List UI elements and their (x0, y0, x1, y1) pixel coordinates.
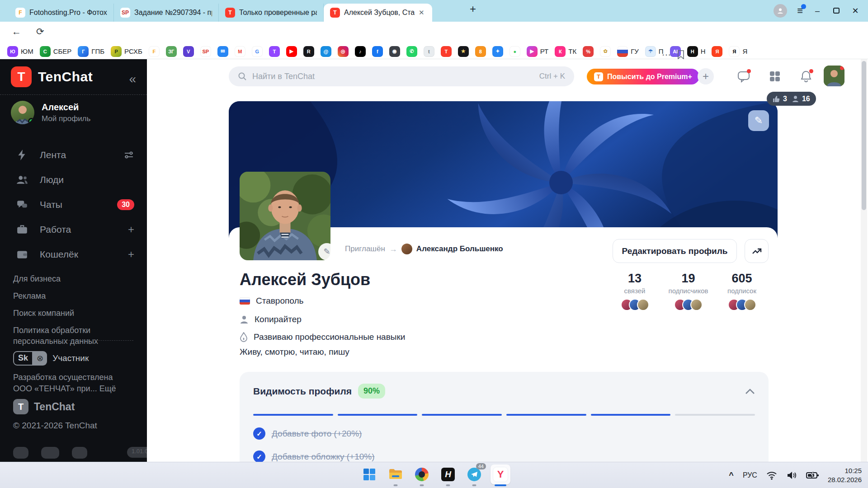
bookmark-item[interactable]: С СБЕР (40, 46, 72, 57)
add-wallet-icon[interactable]: + (128, 248, 134, 261)
bookmark-item[interactable]: ✆ (406, 46, 417, 57)
stat-column[interactable]: 605 подписок (715, 272, 769, 311)
bookmark-item[interactable]: G (252, 46, 263, 57)
tab-proverennye[interactable]: T Только проверенные раб (219, 4, 324, 22)
bookmark-item[interactable]: ▶ РТ (527, 46, 549, 57)
search-bar[interactable]: Ctrl + K (229, 66, 574, 86)
bookmark-icon[interactable] (677, 50, 684, 59)
dev-note[interactable]: Разработка осуществлена ООО «ТЕНЧАТ» при… (13, 372, 124, 394)
bookmark-item[interactable]: SP (200, 46, 211, 57)
sidebar-item-koshelek[interactable]: Кошелёк + (0, 242, 147, 267)
bookmark-item[interactable]: f (372, 46, 383, 57)
browser-ring-icon[interactable] (412, 465, 432, 484)
bookmark-item[interactable]: % (583, 46, 594, 57)
header-avatar[interactable] (824, 66, 844, 86)
premium-button[interactable]: T Повысить до Premium+ (587, 69, 699, 84)
tab-zadanie[interactable]: SP Задание №2907394 - прос (114, 4, 219, 22)
notifications-bell-icon[interactable] (800, 70, 812, 83)
bookmark-item[interactable]: ЗГ (166, 46, 177, 57)
bookmark-item[interactable]: T (441, 46, 452, 57)
profile-stats-button[interactable] (745, 239, 769, 263)
bookmark-item[interactable]: Ю ЮМ (7, 46, 33, 57)
tab-profile-active[interactable]: T Алексей Зубцов, Став ✕ (324, 4, 432, 22)
new-tab-button[interactable]: + (466, 2, 480, 16)
profile-photo[interactable] (240, 172, 330, 260)
store-badge-icon[interactable] (41, 447, 59, 459)
browser-menu-icon[interactable]: ≡ (797, 5, 803, 17)
apps-grid-icon[interactable] (769, 70, 781, 83)
hh-app-icon[interactable]: H (438, 465, 458, 484)
edit-cover-button[interactable]: ✎ (748, 110, 769, 131)
bookmark-item[interactable]: ♪ (355, 46, 366, 57)
checklist-item[interactable]: ✓ Добавьте обложку (+10%) (253, 450, 755, 462)
reactions-counter[interactable]: 3 16 (767, 92, 816, 106)
clock[interactable]: 10:25 28.02.2026 (828, 466, 862, 484)
bookmark-item[interactable]: ГУ (617, 46, 639, 57)
sidebar-link[interactable]: Реклама (13, 291, 131, 301)
bookmark-item[interactable]: К ТК (555, 46, 576, 57)
chevron-up-icon[interactable] (745, 388, 755, 394)
back-button[interactable]: ← (12, 26, 21, 37)
tenchat-brand[interactable]: T TenChat (11, 66, 93, 87)
minimize-button[interactable]: – (813, 6, 822, 16)
bookmark-item[interactable]: ▶ (286, 46, 297, 57)
bookmark-item[interactable]: Г ГПБ (78, 46, 104, 57)
sidebar-item-rabota[interactable]: Работа + (0, 217, 147, 242)
bookmark-item[interactable]: ★ (458, 46, 469, 57)
browser-profile-avatar[interactable] (774, 4, 787, 18)
messages-icon[interactable] (737, 70, 750, 83)
sidebar-link[interactable]: Для бизнеса (13, 273, 131, 284)
scrollbar-thumb[interactable] (862, 61, 866, 210)
feed-settings-icon[interactable] (123, 150, 134, 160)
volume-icon[interactable] (786, 471, 797, 480)
start-button[interactable] (359, 465, 379, 484)
tray-expand-caret[interactable]: ^ (729, 471, 734, 480)
edit-photo-button[interactable]: ✎ (318, 243, 335, 260)
bookmark-item[interactable]: t (424, 46, 434, 57)
edit-profile-button[interactable]: Редактировать профиль (613, 239, 737, 263)
sidebar-collapse-icon[interactable]: « (129, 72, 136, 86)
close-button[interactable]: ✕ (851, 6, 860, 16)
bookmark-item[interactable]: V (183, 46, 194, 57)
bookmark-item[interactable]: Я (712, 46, 722, 57)
bookmark-item[interactable]: Р РСХБ (111, 46, 142, 57)
battery-icon[interactable] (806, 471, 819, 479)
telegram-icon[interactable]: 44 (464, 465, 484, 484)
bookmark-item[interactable]: Я Я (729, 46, 747, 57)
bookmark-item[interactable]: M (235, 46, 245, 57)
reload-button[interactable]: ⟳ (36, 26, 44, 37)
search-input[interactable] (252, 72, 534, 81)
sidebar-item-chaty[interactable]: Чаты 30 (0, 192, 147, 217)
inviter-name[interactable]: Александр Большенко (416, 244, 503, 253)
tab-fotohosting[interactable]: F Fotohosting.Pro - Фотохос (9, 4, 114, 22)
language-indicator[interactable]: РУС (743, 471, 757, 479)
bookmark-item[interactable]: ◉ (389, 46, 400, 57)
bookmark-item[interactable]: H Н (687, 46, 706, 57)
maximize-button[interactable] (832, 6, 841, 16)
sidebar-profile[interactable]: Алексей Мой профиль (11, 101, 90, 124)
bookmark-item[interactable]: 8 (475, 46, 486, 57)
bookmark-item[interactable]: ✉ (217, 46, 228, 57)
tab-close-icon[interactable]: ✕ (419, 9, 426, 17)
store-badge-icon[interactable] (13, 447, 28, 459)
bookmark-item[interactable]: ☂ П (645, 46, 664, 57)
bookmark-item[interactable]: @ (321, 46, 331, 57)
sidebar-link[interactable]: Политика обработки персональных данных (13, 325, 131, 347)
bookmark-item[interactable]: ● (509, 46, 520, 57)
bookmark-item[interactable]: ✦ (492, 46, 503, 57)
checklist-item[interactable]: ✓ Добавьте фото (+20%) (253, 427, 755, 440)
sidebar-item-lyudi[interactable]: Люди (0, 167, 147, 192)
stat-column[interactable]: 13 связей (608, 272, 661, 311)
wifi-icon[interactable] (766, 471, 777, 480)
file-explorer-icon[interactable] (386, 465, 406, 484)
sidebar-item-lenta[interactable]: Лента (0, 142, 147, 167)
bookmark-item[interactable]: ✿ (600, 46, 611, 57)
stat-column[interactable]: 19 подписчиков (662, 272, 715, 311)
bookmark-item[interactable]: ◎ (338, 46, 349, 57)
bookmark-item[interactable]: F (149, 46, 160, 57)
store-badge-icon[interactable] (72, 447, 87, 459)
more-actions-icon[interactable]: ⋯ (662, 49, 671, 60)
page-scrollbar[interactable] (861, 59, 867, 462)
create-post-button[interactable]: + (698, 68, 714, 84)
yandex-browser-icon[interactable]: Y (491, 465, 510, 484)
